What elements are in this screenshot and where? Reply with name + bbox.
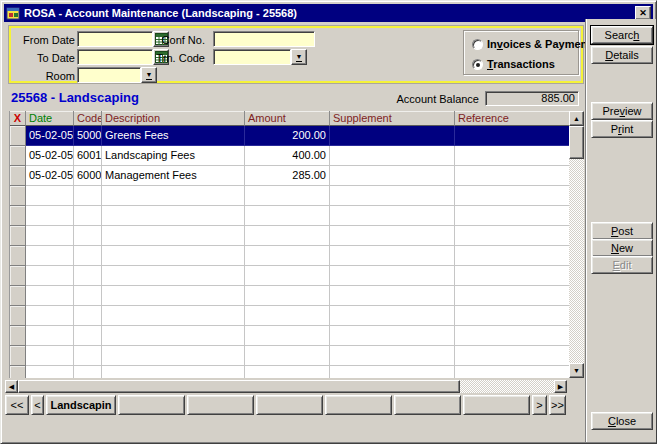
cell-empty — [26, 346, 74, 366]
empty-row — [10, 226, 584, 246]
cell-amount: 285.00 — [245, 166, 330, 186]
row-selector — [10, 226, 26, 246]
scroll-left-button[interactable]: ◀ — [5, 380, 18, 393]
cell-empty — [102, 326, 245, 346]
account-title: 25568 - Landscaping — [11, 90, 139, 105]
vertical-scrollbar[interactable]: ▲ ▼ — [569, 111, 584, 378]
conf-no-input[interactable] — [213, 31, 315, 47]
close-button[interactable]: Close — [591, 412, 653, 430]
conf-no-label: Conf No. — [162, 34, 205, 46]
cell-empty — [102, 306, 245, 326]
scroll-down-button[interactable]: ▼ — [569, 363, 584, 378]
dropdown-arrow-icon: ▼ — [146, 71, 153, 80]
table-row[interactable]: 05-02-05 5000 Greens Fees 200.00 — [10, 126, 584, 146]
cell-empty — [330, 326, 455, 346]
column-header-supplement: Supplement — [330, 111, 455, 126]
cell-empty — [74, 266, 102, 286]
cell-empty — [330, 266, 455, 286]
cell-date: 05-02-05 — [26, 166, 74, 186]
trn-code-dropdown-button[interactable]: ▼ — [291, 49, 307, 65]
scroll-up-button[interactable]: ▲ — [569, 111, 584, 126]
cell-empty — [455, 226, 570, 246]
cell-empty — [102, 206, 245, 226]
post-button[interactable]: Post — [591, 222, 653, 240]
tab-scroll-last-button[interactable]: >> — [549, 395, 566, 415]
table-row[interactable]: 05-02-05 6000 Management Fees 285.00 — [10, 166, 584, 186]
tab-scroll-prev-button[interactable]: < — [31, 395, 44, 415]
cell-empty — [455, 326, 570, 346]
scroll-right-button[interactable]: ▶ — [554, 380, 567, 393]
cell-empty — [330, 206, 455, 226]
cell-empty — [26, 206, 74, 226]
tab-scroll-next-button[interactable]: > — [532, 395, 547, 415]
trn-code-input[interactable] — [213, 49, 291, 65]
cell-amount: 200.00 — [245, 126, 330, 146]
row-selector — [10, 126, 26, 146]
account-balance-label: Account Balance — [396, 93, 479, 105]
to-date-input[interactable] — [77, 49, 153, 65]
transactions-grid: X Date Code Description Amount Supplemen… — [9, 111, 584, 378]
cell-empty — [330, 286, 455, 306]
search-button[interactable]: Search — [591, 26, 653, 44]
cell-empty — [26, 326, 74, 346]
cell-empty — [245, 226, 330, 246]
empty-row — [10, 346, 584, 366]
cell-empty — [245, 366, 330, 378]
cell-empty — [245, 266, 330, 286]
vertical-scroll-thumb[interactable] — [569, 126, 584, 159]
tab-strip: << < Landscapin > >> — [5, 395, 566, 415]
details-button[interactable]: Details — [591, 46, 653, 64]
cell-empty — [330, 346, 455, 366]
horizontal-scrollbar[interactable]: ◀ ▶ — [5, 380, 567, 393]
row-selector — [10, 166, 26, 186]
empty-row — [10, 306, 584, 326]
row-selector — [10, 326, 26, 346]
cell-reference — [455, 126, 570, 146]
cell-supplement — [330, 166, 455, 186]
cell-description: Management Fees — [102, 166, 245, 186]
edit-button[interactable]: Edit — [591, 256, 653, 274]
cell-empty — [26, 266, 74, 286]
empty-row — [10, 286, 584, 306]
cell-empty — [74, 226, 102, 246]
cell-empty — [102, 186, 245, 206]
cell-empty — [26, 306, 74, 326]
new-button[interactable]: New — [591, 239, 653, 257]
tab-scroll-first-button[interactable]: << — [5, 395, 29, 415]
from-date-label: From Date — [23, 34, 75, 46]
cell-empty — [455, 186, 570, 206]
cell-empty — [245, 246, 330, 266]
row-selector — [10, 306, 26, 326]
cell-amount: 400.00 — [245, 146, 330, 166]
cell-empty — [74, 206, 102, 226]
radio-invoices-payments[interactable]: Invoices & Payments — [472, 38, 597, 50]
cell-empty — [102, 266, 245, 286]
cell-empty — [455, 366, 570, 378]
preview-button[interactable]: Preview — [591, 102, 653, 120]
row-selector — [10, 186, 26, 206]
tab-landscaping[interactable]: Landscapin — [46, 395, 116, 415]
cell-empty — [102, 346, 245, 366]
cell-empty — [74, 366, 102, 378]
cell-reference — [455, 146, 570, 166]
cell-empty — [455, 266, 570, 286]
cell-date: 05-02-05 — [26, 126, 74, 146]
cell-empty — [245, 346, 330, 366]
window-close-button[interactable]: ✕ — [635, 6, 651, 20]
empty-row — [10, 366, 584, 378]
grid-header: X Date Code Description Amount Supplemen… — [10, 111, 584, 126]
room-dropdown-button[interactable]: ▼ — [141, 67, 157, 83]
cell-supplement — [330, 126, 455, 146]
row-selector — [10, 246, 26, 266]
radio-transactions[interactable]: Transactions — [472, 58, 555, 70]
room-input[interactable] — [77, 67, 141, 83]
horizontal-scroll-thumb[interactable] — [18, 380, 460, 393]
filter-panel: From Date Conf No. To Date Trn. Code ▼ R… — [9, 26, 583, 83]
empty-row — [10, 206, 584, 226]
cell-empty — [74, 326, 102, 346]
table-row[interactable]: 05-02-05 6001 Landscaping Fees 400.00 — [10, 146, 584, 166]
print-button[interactable]: Print — [591, 120, 653, 138]
from-date-input[interactable] — [77, 31, 153, 47]
room-label: Room — [46, 70, 75, 82]
cell-empty — [74, 346, 102, 366]
